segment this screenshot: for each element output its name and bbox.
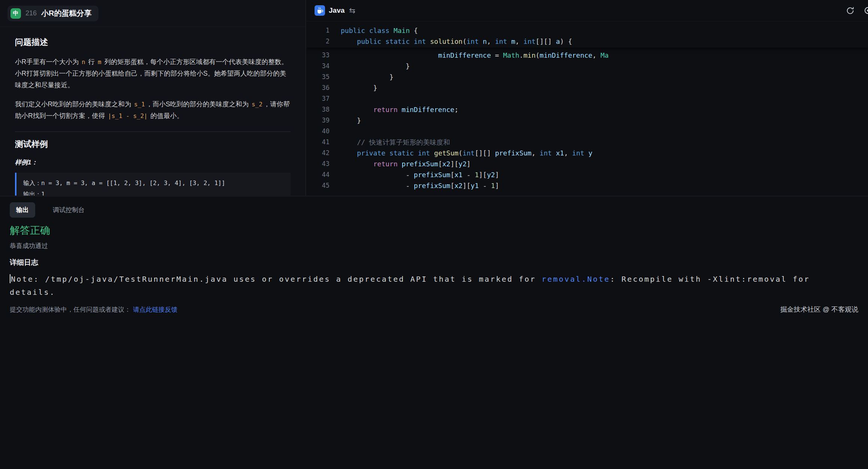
problem-id: 216 xyxy=(25,9,37,17)
code-content: private static int getSum(int[][] prefix… xyxy=(341,148,592,158)
code-line: 2 public static int solution(int n, int … xyxy=(306,36,868,47)
code-line: 40 xyxy=(306,126,868,137)
output-tabs: 输出调试控制台 xyxy=(10,202,858,218)
editor-panel: Java ⇆ 1public class Main {2 public stat… xyxy=(306,0,868,196)
code-line: 34 } xyxy=(306,61,868,72)
sample-line: 输入：n = 3, m = 3, a = [[1, 2, 3], [2, 3, … xyxy=(23,178,284,189)
code-line: 36 } xyxy=(306,82,868,93)
code-content: - prefixSum[x1 - 1][y2] xyxy=(341,169,499,180)
line-number: 2 xyxy=(306,36,330,47)
code-line: 39 } xyxy=(306,115,868,126)
code-content: return minDifference; xyxy=(341,104,458,115)
refresh-icon[interactable] xyxy=(846,6,855,15)
feedback-link[interactable]: 请点此链接反馈 xyxy=(133,306,177,313)
settings-icon-partial[interactable] xyxy=(863,6,868,15)
log-heading: 详细日志 xyxy=(10,258,858,267)
code-content: // 快速计算子矩形的美味度和 xyxy=(341,137,450,148)
problem-header: 中 216 小R的蛋糕分享 xyxy=(0,0,306,27)
code-line: 33 minDifference = Math.min(minDifferenc… xyxy=(306,50,868,61)
result-subtitle: 恭喜成功通过 xyxy=(10,242,858,250)
problem-panel: 中 216 小R的蛋糕分享 问题描述 小R手里有一个大小为 n 行 m 列的矩形… xyxy=(0,0,306,196)
swap-language-icon[interactable]: ⇆ xyxy=(349,6,355,15)
problem-title: 小R的蛋糕分享 xyxy=(41,8,91,18)
sticky-scroll-lines: 1public class Main {2 public static int … xyxy=(306,21,868,48)
sample-line: 输出：1 xyxy=(23,189,284,196)
line-number: 34 xyxy=(306,61,330,72)
code-line: 1public class Main { xyxy=(306,25,868,36)
code-content: } xyxy=(341,115,361,126)
result-title: 解答正确 xyxy=(10,224,858,237)
sample-code-block: 输入：n = 3, m = 3, a = [[1, 2, 3], [2, 3, … xyxy=(15,173,291,196)
language-label[interactable]: Java xyxy=(329,6,345,15)
line-number: 42 xyxy=(306,148,330,158)
code-line: 35 } xyxy=(306,72,868,82)
tab-output-active[interactable]: 输出 xyxy=(10,202,35,218)
line-number: 40 xyxy=(306,126,330,137)
problem-description: 小R手里有一个大小为 n 行 m 列的矩形蛋糕，每个小正方形区域都有一个代表美味… xyxy=(15,56,291,122)
code-line: 37 xyxy=(306,93,868,104)
samples-heading: 测试样例 xyxy=(15,139,291,150)
feedback-line: 提交功能内测体验中，任何问题或者建议：请点此链接反馈 xyxy=(10,305,177,314)
code-content: - prefixSum[x2][y1 - 1] xyxy=(341,180,499,191)
log-text[interactable]: Note: /tmp/oj-java/TestRunnerMain.java u… xyxy=(10,273,858,299)
line-number: 36 xyxy=(306,82,330,93)
line-number: 44 xyxy=(306,169,330,180)
code-content: public class Main { xyxy=(341,25,418,36)
line-number: 37 xyxy=(306,93,330,104)
bottom-row: 提交功能内测体验中，任何问题或者建议：请点此链接反馈 掘金技术社区 @ 不客观说 xyxy=(10,305,858,314)
code-content: } xyxy=(341,61,410,72)
code-content: minDifference = Math.min(minDifference, … xyxy=(341,50,608,61)
line-number: 35 xyxy=(306,72,330,82)
watermark: 掘金技术社区 @ 不客观说 xyxy=(780,305,858,314)
section-divider xyxy=(15,131,291,132)
problem-selector-chip[interactable]: 中 216 小R的蛋糕分享 xyxy=(7,6,98,21)
code-line: 44 - prefixSum[x1 - 1][y2] xyxy=(306,169,868,180)
code-line: 38 return minDifference; xyxy=(306,104,868,115)
line-number: 38 xyxy=(306,104,330,115)
editor-header: Java ⇆ xyxy=(306,0,868,21)
code-content: public static int solution(int n, int m,… xyxy=(341,36,572,47)
problem-body: 问题描述 小R手里有一个大小为 n 行 m 列的矩形蛋糕，每个小正方形区域都有一… xyxy=(0,27,306,196)
tab-console[interactable]: 调试控制台 xyxy=(46,202,91,218)
code-content: return prefixSum[x2][y2] xyxy=(341,158,471,169)
code-line: 41 // 快速计算子矩形的美味度和 xyxy=(306,137,868,148)
feedback-text: 提交功能内测体验中，任何问题或者建议： xyxy=(10,306,131,313)
description-heading: 问题描述 xyxy=(15,37,291,48)
code-content: } xyxy=(341,72,394,82)
line-number: 1 xyxy=(306,25,330,36)
problem-paragraph: 小R手里有一个大小为 n 行 m 列的矩形蛋糕，每个小正方形区域都有一个代表美味… xyxy=(15,56,291,91)
sample-label: 样例1： xyxy=(15,158,291,167)
line-number: 41 xyxy=(306,137,330,148)
app-root: 中 216 小R的蛋糕分享 问题描述 小R手里有一个大小为 n 行 m 列的矩形… xyxy=(0,0,868,469)
problem-paragraph: 我们定义小R吃到的部分的美味度之和为 s_1，而小S吃到的部分的美味度之和为 s… xyxy=(15,99,291,122)
line-number: 45 xyxy=(306,180,330,191)
code-line: 43 return prefixSum[x2][y2] xyxy=(306,158,868,169)
code-editor[interactable]: 1public class Main {2 public static int … xyxy=(306,21,868,191)
difficulty-badge: 中 xyxy=(10,8,21,19)
code-line: 45 - prefixSum[x2][y1 - 1] xyxy=(306,180,868,191)
line-number: 33 xyxy=(306,50,330,61)
code-content: } xyxy=(341,82,377,93)
text-caret xyxy=(10,274,10,283)
line-number: 43 xyxy=(306,158,330,169)
code-line: 42 private static int getSum(int[][] pre… xyxy=(306,148,868,158)
line-number: 39 xyxy=(306,115,330,126)
output-panel: 输出调试控制台 解答正确 恭喜成功通过 详细日志 Note: /tmp/oj-j… xyxy=(0,196,868,469)
code-lines: 33 minDifference = Math.min(minDifferenc… xyxy=(306,48,868,191)
java-coffee-icon xyxy=(315,5,325,16)
